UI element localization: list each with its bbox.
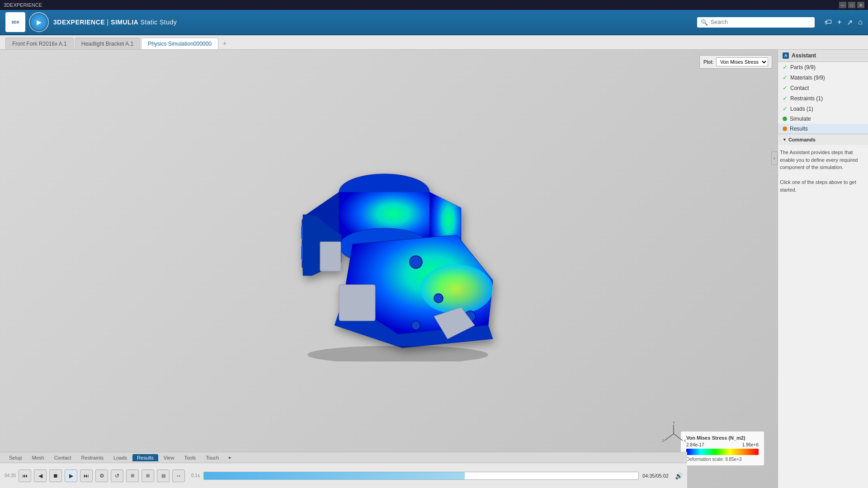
assistant-item-loads[interactable]: ✓ Loads (1) <box>778 103 868 114</box>
tab-front-fork[interactable]: Front Fork R2016x A.1 <box>5 38 74 49</box>
timeline-area: 0.1s 04:35/05:02 <box>188 472 672 480</box>
collapse-panel-button[interactable]: ‹ <box>771 151 778 165</box>
skip-back-button[interactable]: ⏮ <box>19 469 31 482</box>
logo-3dx[interactable]: 3DX <box>5 12 25 32</box>
tab-add-button[interactable]: + <box>219 38 230 49</box>
home-icon[interactable]: ⌂ <box>858 18 863 26</box>
tab-label: Front Fork R2016x A.1 <box>12 41 67 47</box>
bottom-tab-view[interactable]: View <box>159 454 179 461</box>
commands-section: ▼ Commands <box>778 134 868 145</box>
time-display: 04:35/05:02 <box>642 473 669 479</box>
refresh-button[interactable]: ↺ <box>111 469 123 482</box>
minimize-button[interactable]: ─ <box>839 2 846 8</box>
search-input[interactable] <box>711 19 811 25</box>
bottom-tab-mesh[interactable]: Mesh <box>28 454 49 461</box>
assistant-item-results[interactable]: Results <box>778 124 868 134</box>
check-icon-parts: ✓ <box>783 64 788 70</box>
play-button-area[interactable]: ▶ <box>29 12 49 32</box>
bottom-tab-results[interactable]: Results <box>132 454 158 461</box>
settings-button[interactable]: ⚙ <box>95 469 108 482</box>
commands-description: The Assistant provides steps that enable… <box>780 149 866 171</box>
legend-box: Von Mises Stress (N_m2) 2.84e-17 1.96e+6… <box>681 432 764 465</box>
model-svg <box>262 145 515 361</box>
dot-orange-results <box>783 127 787 131</box>
grid-button[interactable]: ⊞ <box>142 469 154 482</box>
commands-label: Commands <box>788 137 816 142</box>
svg-text:Y: Y <box>673 421 675 425</box>
logo-area: 3DX ▶ <box>5 12 49 32</box>
assistant-item-materials[interactable]: ✓ Materials (9/9) <box>778 72 868 83</box>
assistant-icon: A <box>783 52 789 59</box>
stop-button[interactable]: ⏹ <box>49 469 62 482</box>
search-icon: 🔍 <box>701 19 708 26</box>
commands-collapse-icon: ▼ <box>783 137 787 142</box>
viewport: Plot: Von Mises Stress Displacement Prin… <box>0 50 778 488</box>
close-button[interactable]: ✕ <box>857 2 864 8</box>
play-button-inner: ▶ <box>31 14 47 30</box>
expand-button[interactable]: ↔ <box>172 469 185 482</box>
speed-indicator: 0.1s <box>191 473 200 478</box>
app-title: 3DEXPERIENCE | SIMULIA Static Study <box>53 19 177 26</box>
check-icon-restraints: ✓ <box>783 95 788 102</box>
restraints-label: Restraints (1) <box>790 95 823 102</box>
svg-line-18 <box>665 434 674 441</box>
fit-button[interactable]: ⊞ <box>126 469 139 482</box>
tab-label: Physics Simulation000000 <box>148 41 212 47</box>
bottom-tab-more[interactable]: ▸ <box>224 454 236 461</box>
layout-button[interactable]: ▤ <box>157 469 170 482</box>
tab-physics-sim[interactable]: Physics Simulation000000 <box>141 38 218 49</box>
volume-icon[interactable]: 🔊 <box>675 472 683 479</box>
legend-color-bar <box>686 449 759 455</box>
materials-label: Materials (9/9) <box>790 75 825 81</box>
svg-point-15 <box>307 346 488 361</box>
assistant-item-restraints[interactable]: ✓ Restraints (1) <box>778 93 868 103</box>
tab-bar: Front Fork R2016x A.1 Headlight Bracket … <box>0 35 868 50</box>
assistant-item-simulate[interactable]: Simulate <box>778 114 868 124</box>
loads-label: Loads (1) <box>790 106 813 112</box>
model-area <box>262 145 515 371</box>
commands-header[interactable]: ▼ Commands <box>783 137 863 142</box>
add-icon[interactable]: + <box>837 18 841 26</box>
assistant-header: A Assistant <box>778 50 868 62</box>
dot-green-simulate <box>783 117 787 121</box>
legend-title: Von Mises Stress (N_m2) <box>686 435 759 441</box>
title-bar-left: 3DEXPERIENCE <box>4 2 42 8</box>
search-bar[interactable]: 🔍 <box>697 17 815 28</box>
tag-icon[interactable]: 🏷 <box>825 18 832 26</box>
title-bar: 3DEXPERIENCE ─ □ ✕ <box>0 0 868 10</box>
assistant-item-parts[interactable]: ✓ Parts (9/9) <box>778 62 868 72</box>
step-back-button[interactable]: ◀ <box>34 469 47 482</box>
study-name: Static Study <box>141 19 177 26</box>
svg-rect-14 <box>320 242 341 271</box>
skip-forward-button[interactable]: ⏭ <box>80 469 93 482</box>
bottom-tab-tools[interactable]: Tools <box>179 454 200 461</box>
brand-prefix: 3DEXPERIENCE <box>53 19 105 26</box>
maximize-button[interactable]: □ <box>848 2 855 8</box>
axis-svg: Y X Z <box>660 420 687 447</box>
play-timeline-button[interactable]: ▶ <box>65 469 77 482</box>
bottom-tab-loads[interactable]: Loads <box>109 454 132 461</box>
check-icon-loads: ✓ <box>783 105 788 112</box>
assistant-item-contact[interactable]: ✓ Contact <box>778 83 868 93</box>
simulate-label: Simulate <box>790 116 811 122</box>
check-icon-materials: ✓ <box>783 74 788 81</box>
tab-headlight[interactable]: Headlight Bracket A.1 <box>75 38 140 49</box>
svg-point-3 <box>420 264 493 314</box>
assistant-label: Assistant <box>792 52 816 59</box>
logo-text: 3DX <box>11 20 19 24</box>
svg-point-7 <box>410 256 422 268</box>
plot-dropdown[interactable]: Von Mises Stress Displacement Principal … <box>716 57 768 66</box>
bottom-tabs: Setup Mesh Contact Restraints Loads Resu… <box>0 452 687 463</box>
timeline-track[interactable] <box>203 472 639 480</box>
time-start: 04:35 <box>5 473 16 478</box>
legend-min: 2.84e-17 <box>686 442 704 447</box>
bottom-tab-touch[interactable]: Touch <box>201 454 223 461</box>
share-icon[interactable]: ↗ <box>847 18 853 27</box>
bottom-tab-contact[interactable]: Contact <box>50 454 76 461</box>
legend-range: 2.84e-17 1.96e+6 <box>686 442 759 447</box>
bottom-tab-setup[interactable]: Setup <box>5 454 27 461</box>
main-toolbar: 3DX ▶ 3DEXPERIENCE | SIMULIA Static Stud… <box>0 10 868 35</box>
plot-label: Plot: <box>703 59 713 65</box>
svg-point-8 <box>434 294 443 303</box>
bottom-tab-restraints[interactable]: Restraints <box>77 454 108 461</box>
